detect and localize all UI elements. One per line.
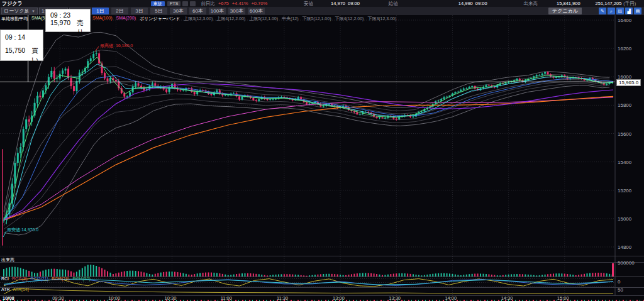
candle-body — [398, 117, 400, 119]
volume-bar — [424, 275, 425, 276]
candle-body — [309, 103, 311, 104]
rci-axis-label: 0 — [618, 279, 620, 285]
volume-bar — [225, 275, 226, 276]
volume-bar — [57, 269, 58, 276]
volume-bar — [132, 271, 133, 276]
volume-bar — [149, 274, 150, 276]
volume-bar — [592, 273, 593, 276]
volume-bar — [488, 274, 489, 276]
candle-body — [14, 163, 16, 183]
volume-bar — [601, 273, 602, 276]
candle-body — [465, 89, 467, 89]
candle-body — [269, 99, 271, 100]
volume-bar — [606, 273, 608, 276]
candle-body — [359, 114, 361, 114]
sell-trade-price: 15,970 — [50, 19, 70, 36]
candle-body — [485, 85, 487, 87]
volume-bar — [146, 273, 147, 276]
volume-bar — [486, 274, 487, 276]
volume-bar — [188, 275, 189, 276]
volume-bar — [236, 274, 237, 276]
candle-body — [36, 96, 38, 103]
volume-bar — [40, 271, 41, 276]
rci-title: RCI — [1, 276, 9, 281]
volume-bar — [267, 275, 268, 276]
volume-bar — [387, 275, 389, 276]
candle-body — [182, 90, 184, 91]
candle-body — [488, 85, 490, 85]
candle-body — [463, 89, 465, 90]
volume-bar — [334, 274, 335, 276]
volume-bar — [572, 275, 574, 276]
volume-bar — [152, 275, 153, 276]
volume-bar — [455, 275, 456, 276]
volume-bar — [239, 273, 240, 276]
volume-bar — [553, 273, 554, 276]
candle-body — [92, 54, 94, 58]
volume-bar — [396, 273, 397, 276]
volume-bar — [261, 275, 262, 276]
candle-body — [252, 98, 254, 101]
volume-bar — [382, 275, 383, 276]
volume-bar — [480, 273, 481, 276]
volume-bar — [163, 272, 164, 276]
volume-bar — [275, 275, 277, 276]
volume-bar — [99, 267, 100, 276]
volume-bar — [472, 274, 473, 276]
volume-bar — [597, 273, 599, 276]
candle-body — [255, 100, 257, 101]
candle-body — [275, 99, 277, 99]
volume-bar — [264, 275, 265, 276]
candle-body — [17, 153, 19, 163]
candle-body — [50, 71, 52, 77]
volume-bar — [6, 268, 7, 276]
candle-body — [90, 58, 92, 62]
price-tick-label: 15600 — [618, 131, 631, 137]
candle-body — [126, 96, 128, 97]
candle-body — [446, 97, 448, 97]
candle-body — [396, 119, 397, 119]
volume-bar — [297, 275, 299, 276]
volume-bar — [160, 273, 162, 276]
candle-body — [555, 77, 557, 78]
candle-body — [376, 117, 378, 118]
volume-bar — [82, 268, 83, 276]
volume-bar — [23, 269, 24, 276]
volume-bar — [109, 273, 111, 276]
volume-bar — [90, 265, 91, 276]
volume-bar — [53, 269, 55, 276]
volume-bar — [26, 270, 27, 276]
volume-bar — [289, 274, 291, 276]
volume-bar — [140, 271, 142, 276]
volume-bar — [441, 273, 442, 276]
volume-bar — [255, 274, 257, 276]
rci-panel-label: RCIRCI1(9)RCI2(21)RCI3(26)RCI4(52) — [1, 276, 91, 281]
volume-bar — [230, 275, 231, 276]
volume-bar — [550, 274, 552, 276]
volume-bar — [244, 273, 245, 276]
legend-item-11: 下限5(12,1.00) — [303, 16, 331, 21]
volume-bar — [270, 275, 271, 276]
volume-bar — [314, 275, 316, 276]
legend-item-10: 中央(12) — [282, 16, 298, 21]
candle-body — [25, 119, 27, 129]
volume-bar — [45, 270, 47, 276]
volume-bar — [413, 274, 414, 276]
volume-bar — [331, 274, 333, 276]
volume-bar — [432, 274, 433, 276]
volume-bar — [533, 275, 535, 276]
volume-bar — [348, 275, 349, 276]
volume-bar — [463, 275, 464, 276]
candle-body — [283, 97, 285, 97]
volume-bar — [182, 273, 184, 276]
candle-body — [454, 92, 456, 94]
volume-bar — [233, 275, 235, 276]
volume-bar — [295, 275, 296, 276]
volume-bar — [126, 271, 128, 276]
volume-bar — [384, 275, 386, 276]
volume-bar — [584, 274, 585, 276]
chart-canvas[interactable] — [0, 0, 644, 301]
volume-bar — [177, 272, 178, 276]
volume-bar — [365, 273, 366, 276]
volume-bar — [242, 273, 243, 276]
